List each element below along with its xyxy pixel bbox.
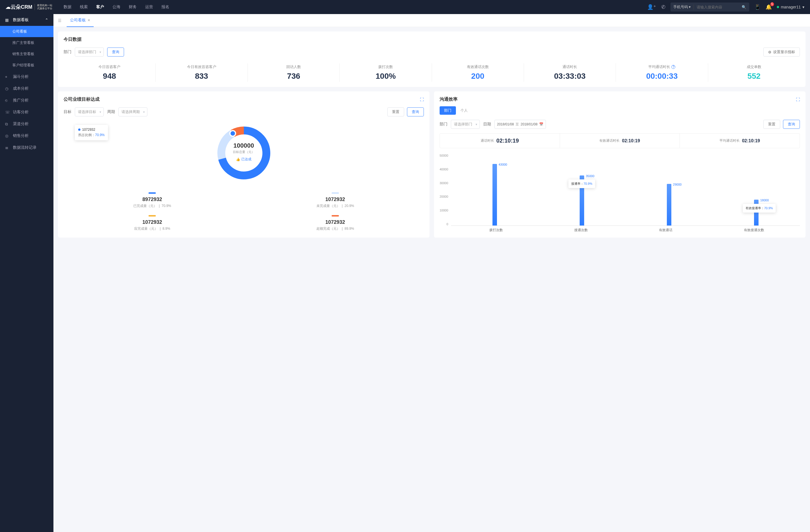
headset-icon: ☏ [5,110,10,114]
brand-subtitle: 教育机构一站 式服务云平台 [35,4,52,10]
nav-item[interactable]: 客户 [96,4,104,10]
legend-item: 1072932应完成量（元） | 8.9% [64,215,241,231]
metric: 通话时长02:10:19 [440,134,560,148]
thumb-up-icon: 👍 [236,157,240,161]
stat: 成交单数552 [708,63,800,82]
sidebar-item[interactable]: ⎋推广分析 [0,95,53,106]
seg-tab-dept[interactable]: 部门 [440,106,456,115]
sidebar-group-dashboard[interactable]: ▦数据看板 ⌃ [0,14,53,26]
sidebar-item[interactable]: ⌖漏斗分析 [0,71,53,83]
legend-item: 1072932超额完成（元） | 89.9% [247,215,424,231]
dashboard-icon: ▦ [5,18,10,22]
stat: 通话时长03:33:03 [524,63,616,82]
reset-button-eff[interactable]: 重置 [763,120,780,129]
app-header: ☁ 云朵CRM 教育机构一站 式服务云平台 数据线索客户公海财务运营报名 👤⁺ … [0,0,810,14]
nav-item[interactable]: 数据 [64,4,71,10]
username: manager11 [781,5,801,9]
chart-tooltip: 有效接通率：70.9% [743,204,776,213]
card-title-eff: 沟通效率 [440,97,458,102]
sidebar-item[interactable]: ⧉渠道分析 [0,118,53,130]
settings-button[interactable]: ⚙ 设置显示指标 [763,48,800,56]
eff-dept-select[interactable]: 请选择部门 [451,120,480,129]
user-menu[interactable]: manager11 ▾ [777,5,804,9]
query-button[interactable]: 查询 [107,48,124,56]
card-goal: 公司业绩目标达成 ⛶ 目标 请选择目标 周期 请选择周期 重置 查询 [58,92,430,238]
sidebar-item[interactable]: ≣数据流转记录 [0,142,53,153]
top-nav: 数据线索客户公海财务运营报名 [64,4,169,10]
expand-icon[interactable]: ⛶ [796,97,800,102]
card-title-goal: 公司业绩目标达成 [64,97,100,102]
x-label: 有效通话 [659,228,673,233]
logo: ☁ 云朵CRM 教育机构一站 式服务云平台 [6,4,52,11]
target-label: 目标 [64,110,71,114]
close-icon[interactable]: ✕ [87,18,90,22]
notif-badge: 5 [770,2,774,6]
bar-chart: 50000400003000020000100000 4300035000接通率… [440,154,800,233]
dept-label: 部门 [64,49,71,54]
add-user-icon[interactable]: 👤⁺ [647,4,656,10]
main: ☰ 公司看板 ✕ 今日数据 部门 请选择部门 查询 ⚙ [53,14,810,532]
period-select[interactable]: 请选择周期 [118,107,147,116]
nav-item[interactable]: 财务 [129,4,137,10]
bell-icon[interactable]: 🔔5 [765,4,772,10]
bar: 29000 [667,184,671,226]
menu-icon[interactable]: ☰ [58,18,62,23]
target-select[interactable]: 请选择目标 [75,107,104,116]
link-icon: ⧉ [5,122,10,127]
period-label: 周期 [107,110,115,114]
x-label: 有效接通次数 [744,228,764,233]
nav-item[interactable]: 公海 [113,4,120,10]
search-type-select[interactable]: 手机号码 ▾ [670,4,694,10]
chevron-up-icon: ⌃ [45,18,48,22]
mobile-icon[interactable]: 📱 [754,4,761,10]
phone-icon[interactable]: ✆ [661,4,665,10]
stat: 拨打次数100% [340,63,432,82]
reset-button[interactable]: 重置 [387,107,404,116]
sidebar: ▦数据看板 ⌃ 公司看板推广主管看板销售主管看板客户经理看板 ⌖漏斗分析◷成本分… [0,14,53,532]
seg-tab-person[interactable]: 个人 [456,106,472,115]
chart-tooltip: 接通率：70.9% [568,179,595,188]
share-icon: ⎋ [5,98,10,103]
search-input[interactable] [694,5,739,9]
donut-center-label: 目标总量（元） [233,150,255,154]
tab-company-dashboard[interactable]: 公司看板 ✕ [67,14,94,27]
metric-bar: 通话时长02:10:19有效通话时长02:10:19平均通话时长02:10:19 [440,133,800,148]
expand-icon[interactable]: ⛶ [420,97,424,102]
query-button-goal[interactable]: 查询 [407,107,424,116]
sidebar-item[interactable]: 销售主管看板 [0,48,53,60]
search-group: 手机号码 ▾ 🔍 [670,2,749,12]
nav-item[interactable]: 报名 [161,4,169,10]
metric: 平均通话时长02:10:19 [680,134,799,148]
legend-item: 8972932已完成量（元） | 70.9% [64,192,241,209]
query-button-eff[interactable]: 查询 [783,120,800,129]
sidebar-item[interactable]: 公司看板 [0,26,53,37]
sidebar-item[interactable]: ◎销售分析 [0,130,53,142]
nav-item[interactable]: 线索 [80,4,88,10]
legend-item: 1072932未完成量（元） | 20.9% [247,192,424,209]
stat: 回访人数736 [248,63,340,82]
stats-row: 今日首咨客户948今日有效首咨客户833回访人数736拨打次数100%有效通话次… [64,63,800,82]
info-icon[interactable]: ? [671,65,675,69]
bar: 18000 [754,200,759,226]
donut-center-value: 100000 [233,142,255,149]
legend-grid: 8972932已完成量（元） | 70.9%1072932未完成量（元） | 2… [64,192,424,231]
search-button[interactable]: 🔍 [739,5,749,9]
date-range-input[interactable]: 2018/01/08 至 2018/01/08 📅 [495,120,546,129]
sidebar-item[interactable]: ◷成本分析 [0,83,53,95]
tab-label: 公司看板 [70,18,86,23]
calendar-icon: 📅 [539,122,544,126]
list-icon: ≣ [5,145,10,150]
stat: 今日首咨客户948 [64,63,156,82]
status-dot-icon [777,6,779,8]
sidebar-item[interactable]: 推广主管看板 [0,37,53,48]
sidebar-group-label: 数据看板 [13,17,29,22]
sidebar-item[interactable]: ☏访客分析 [0,106,53,118]
dept-select[interactable]: 请选择部门 [75,48,104,56]
bar: 43000 [492,164,497,226]
stat: 平均通话时长?00:00:33 [616,63,708,82]
nav-item[interactable]: 运营 [145,4,153,10]
card-today: 今日数据 部门 请选择部门 查询 ⚙ 设置显示指标 今日首咨客户948今日有效首… [58,32,806,87]
sidebar-item[interactable]: 客户经理看板 [0,60,53,71]
metric: 有效通话时长02:10:19 [560,134,680,148]
card-efficiency: 沟通效率 ⛶ 部门 个人 部门 请选择部门 日期 2018/01/08 至 [434,92,806,238]
